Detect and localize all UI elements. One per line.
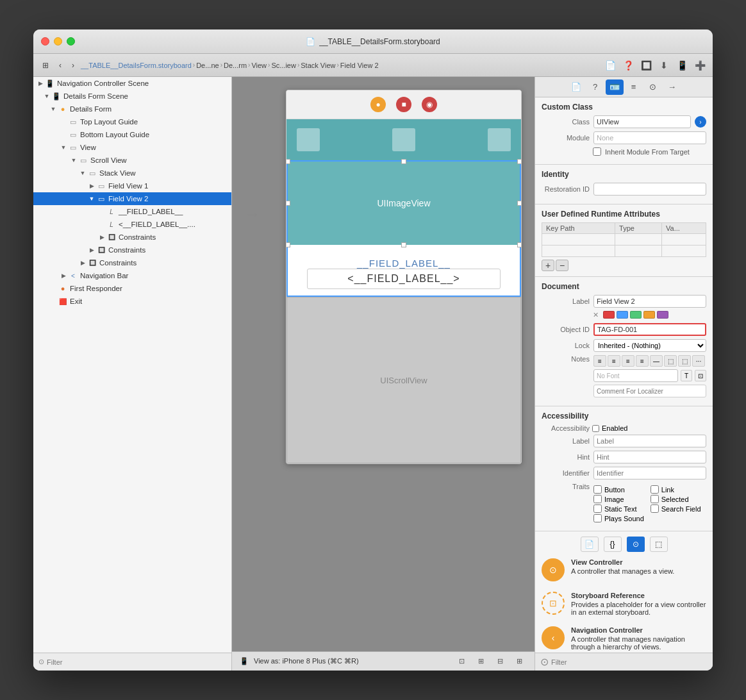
tree-item-stack-view[interactable]: ▼ ▭ Stack View bbox=[33, 167, 231, 179]
toolbar-device-btn[interactable]: 📱 bbox=[674, 58, 690, 73]
tab-attributes[interactable]: ≡ bbox=[625, 79, 643, 95]
tree-item-nav-ctrl-scene[interactable]: ▶ 📱 Navigation Controller Scene bbox=[33, 77, 231, 90]
object-id-field[interactable] bbox=[593, 323, 706, 336]
grid-btn[interactable]: ⊞ bbox=[511, 654, 527, 669]
trait-link-cb[interactable] bbox=[651, 485, 659, 494]
tab-connections[interactable]: → bbox=[663, 79, 681, 95]
lock-select[interactable]: Inherited - (Nothing) bbox=[593, 339, 706, 352]
library-item-view-controller[interactable]: ⊙ View Controller A controller that mana… bbox=[542, 558, 706, 581]
comment-field[interactable] bbox=[593, 385, 706, 397]
tab-file[interactable]: 📄 bbox=[567, 79, 585, 95]
accessibility-checkbox[interactable] bbox=[592, 425, 599, 432]
tab-help[interactable]: ? bbox=[586, 79, 604, 95]
notes-link[interactable]: ⬚ bbox=[664, 355, 677, 367]
tree-item-details-form[interactable]: ▼ ● Details Form bbox=[33, 103, 231, 115]
add-attribute-btn[interactable]: + bbox=[542, 260, 554, 271]
trait-selected-cb[interactable] bbox=[651, 495, 659, 503]
tree-item-first-responder[interactable]: ▶ ● First Responder bbox=[33, 282, 231, 295]
inherit-checkbox[interactable] bbox=[593, 147, 601, 156]
close-button[interactable] bbox=[41, 37, 49, 46]
class-field[interactable] bbox=[593, 115, 691, 128]
tree-item-constraints-outer[interactable]: ▶ 🔲 Constraints bbox=[33, 256, 231, 269]
notes-align-left[interactable]: ≡ bbox=[593, 355, 606, 367]
filter-input[interactable] bbox=[47, 658, 226, 666]
acc-identifier-field[interactable] bbox=[593, 467, 706, 479]
minimize-button[interactable] bbox=[54, 37, 62, 46]
font-T-btn[interactable]: T bbox=[681, 370, 692, 381]
acc-hint-field[interactable] bbox=[593, 451, 706, 463]
swatch-orange[interactable] bbox=[643, 311, 655, 319]
font-stepper[interactable]: ⊡ bbox=[695, 370, 706, 381]
tree-item-top-layout[interactable]: ▶ ▭ Top Layout Guide bbox=[33, 115, 231, 128]
tab-identity[interactable]: 🪪 bbox=[606, 79, 624, 95]
tree-item-constraints-mid[interactable]: ▶ 🔲 Constraints bbox=[33, 244, 231, 256]
breadcrumb-item-7[interactable]: Field View 2 bbox=[340, 62, 379, 69]
swatch-green[interactable] bbox=[630, 311, 642, 319]
notes-label: Notes bbox=[542, 355, 590, 363]
grid-view-button[interactable]: ⊞ bbox=[38, 60, 53, 71]
breadcrumb-item-1[interactable]: __TABLE__DetailsForm.storyboard bbox=[81, 62, 192, 69]
constraints-outer-icon: 🔲 bbox=[87, 258, 97, 268]
tree-item-view[interactable]: ▼ ▭ View bbox=[33, 141, 231, 154]
back-button[interactable]: ‹ bbox=[55, 60, 65, 71]
tree-item-details-form-scene[interactable]: ▼ 📱 Details Form Scene bbox=[33, 90, 231, 103]
tree-item-exit[interactable]: ▶ 🟥 Exit bbox=[33, 295, 231, 308]
tree-item-scroll-view[interactable]: ▼ ▭ Scroll View bbox=[33, 154, 231, 167]
tree-item-field-label-2[interactable]: ▶ L <__FIELD_LABEL__.... bbox=[33, 218, 231, 231]
tree-item-constraints-inner[interactable]: ▶ 🔲 Constraints bbox=[33, 231, 231, 244]
remove-attribute-btn[interactable]: − bbox=[556, 260, 568, 271]
fullscreen-button[interactable] bbox=[67, 37, 75, 46]
acc-label-field[interactable] bbox=[593, 435, 706, 447]
tree-item-field-label-1[interactable]: ▶ L __FIELD_LABEL__ bbox=[33, 205, 231, 218]
tab-size[interactable]: ⊙ bbox=[644, 79, 662, 95]
inspector-filter-input[interactable] bbox=[551, 658, 708, 666]
module-field[interactable] bbox=[593, 131, 706, 144]
breadcrumb-item-6[interactable]: Stack View bbox=[301, 62, 335, 69]
swatch-blue[interactable] bbox=[617, 311, 628, 319]
toolbar-file-btn[interactable]: 📄 bbox=[602, 58, 618, 73]
lib-picker-active[interactable]: ⊙ bbox=[627, 537, 645, 552]
swatch-red[interactable] bbox=[603, 311, 615, 319]
notes-more[interactable]: ··· bbox=[692, 355, 705, 367]
toolbar-inspector-btn[interactable]: 🔲 bbox=[638, 58, 654, 73]
font-field[interactable]: No Font bbox=[593, 369, 678, 382]
breadcrumb-item-4[interactable]: View bbox=[251, 62, 267, 69]
lib-picker-view[interactable]: ⬚ bbox=[650, 537, 668, 552]
tree-item-field-view-1[interactable]: ▶ ▭ Field View 1 bbox=[33, 179, 231, 192]
field-input[interactable] bbox=[307, 269, 501, 289]
breadcrumb-item-5[interactable]: Sc...iew bbox=[271, 62, 296, 69]
toolbar-add-btn[interactable]: ➕ bbox=[692, 58, 708, 73]
class-arrow-btn[interactable]: › bbox=[695, 116, 706, 128]
nc-text: Navigation Controller A controller that … bbox=[571, 626, 706, 651]
notes-align-justify[interactable]: ≡ bbox=[636, 355, 649, 367]
notes-align-center[interactable]: ≡ bbox=[608, 355, 620, 367]
trait-button-cb[interactable] bbox=[593, 485, 602, 494]
lib-picker-code[interactable]: {} bbox=[604, 537, 622, 552]
tree-item-field-view-2[interactable]: ▼ ▭ Field View 2 bbox=[33, 192, 231, 205]
notes-separator[interactable]: — bbox=[650, 355, 663, 367]
tree-item-navigation-bar[interactable]: ▶ < Navigation Bar bbox=[33, 269, 231, 282]
doc-label-field[interactable] bbox=[593, 295, 706, 308]
trait-plays-sound-cb[interactable] bbox=[593, 514, 602, 522]
toolbar-download-btn[interactable]: ⬇ bbox=[656, 58, 672, 73]
restoration-field[interactable] bbox=[593, 183, 706, 196]
notes-link2[interactable]: ⬚ bbox=[678, 355, 691, 367]
breadcrumb-item-3[interactable]: De...rm bbox=[224, 62, 247, 69]
library-item-nav-controller[interactable]: ‹ Navigation Controller A controller tha… bbox=[542, 626, 706, 651]
trait-image-cb[interactable] bbox=[593, 495, 602, 503]
field-view-2-canvas[interactable]: UIImageView __FIELD_LABEL__ bbox=[286, 160, 521, 297]
toolbar-help-btn[interactable]: ❓ bbox=[620, 58, 636, 73]
trait-search-field-cb[interactable] bbox=[651, 504, 659, 513]
breadcrumb-item-2[interactable]: De...ne bbox=[196, 62, 219, 69]
zoom-out-btn[interactable]: ⊟ bbox=[492, 654, 508, 669]
library-item-storyboard-ref[interactable]: ⊡ Storyboard Reference Provides a placeh… bbox=[542, 592, 706, 616]
forward-button[interactable]: › bbox=[68, 60, 78, 71]
notes-align-right[interactable]: ≡ bbox=[622, 355, 634, 367]
tree-item-bottom-layout[interactable]: ▶ ▭ Bottom Layout Guide bbox=[33, 128, 231, 141]
trait-static-text-cb[interactable] bbox=[593, 504, 602, 513]
zoom-in-btn[interactable]: ⊞ bbox=[473, 654, 488, 669]
zoom-fit-btn[interactable]: ⊡ bbox=[454, 654, 469, 669]
document-section: Document Label ✕ Object ID bbox=[535, 277, 713, 406]
lib-picker-file[interactable]: 📄 bbox=[581, 537, 599, 552]
swatch-purple[interactable] bbox=[657, 311, 668, 319]
